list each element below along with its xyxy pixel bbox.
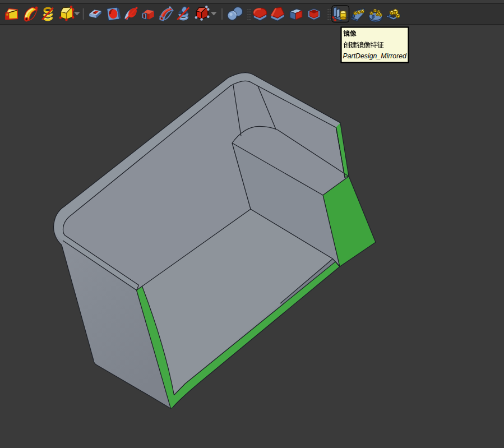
svg-text:PartDesign_Mirrored: PartDesign_Mirrored <box>343 52 408 60</box>
